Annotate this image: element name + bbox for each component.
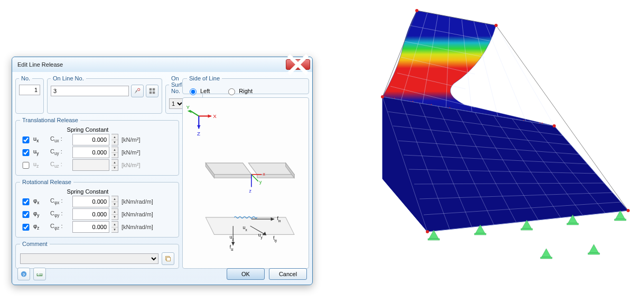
axis-label: φx bbox=[33, 197, 48, 205]
svg-point-0 bbox=[137, 88, 139, 90]
translational-group: Translational Release Spring Constant ux… bbox=[15, 117, 179, 176]
svg-point-103 bbox=[553, 124, 556, 127]
comment-library-button[interactable] bbox=[162, 252, 174, 265]
spring-header: Spring Constant bbox=[67, 126, 109, 133]
side-right-radio[interactable] bbox=[228, 88, 235, 95]
units-button[interactable]: 0.00 bbox=[33, 268, 46, 280]
svg-text:Z: Z bbox=[197, 131, 200, 136]
spin-down-icon: ▼ bbox=[111, 140, 118, 145]
unit-label: [kN/m²] bbox=[122, 162, 140, 168]
svg-text:z: z bbox=[249, 188, 251, 194]
spinner[interactable]: ▲▼ bbox=[111, 221, 118, 233]
comment-input[interactable] bbox=[20, 253, 158, 264]
spring-value-input[interactable] bbox=[72, 147, 109, 158]
axis-label: φy bbox=[33, 210, 48, 218]
rotational-label: Rotational Release bbox=[20, 179, 73, 185]
translational-checkbox[interactable] bbox=[22, 136, 30, 143]
const-label: Cφx : bbox=[50, 197, 70, 205]
spring-value-input[interactable] bbox=[72, 221, 109, 233]
spring-value-input[interactable] bbox=[72, 196, 109, 207]
const-label: Cuy : bbox=[50, 148, 70, 156]
svg-point-100 bbox=[415, 9, 418, 12]
svg-point-105 bbox=[426, 230, 429, 233]
cancel-button[interactable]: Cancel bbox=[269, 268, 307, 280]
spin-up-icon: ▲ bbox=[111, 134, 118, 140]
spin-up-icon: ▲ bbox=[111, 147, 118, 153]
spinner[interactable]: ▲▼ bbox=[111, 196, 118, 207]
help-button[interactable]: ? bbox=[17, 268, 30, 280]
svg-marker-15 bbox=[197, 125, 200, 129]
fea-result-illustration bbox=[316, 4, 633, 269]
svg-point-101 bbox=[494, 24, 498, 27]
ok-button[interactable]: OK bbox=[227, 268, 265, 280]
svg-rect-87 bbox=[428, 239, 440, 240]
spin-down-icon: ▼ bbox=[111, 166, 118, 171]
translational-row: uzCuz :▲▼[kN/m²] bbox=[20, 159, 174, 171]
rotational-row: φzCφz :▲▼[kNm/rad/m] bbox=[20, 221, 174, 233]
edit-line-release-dialog: Edit Line Release No. On Line No. bbox=[12, 57, 313, 285]
svg-point-104 bbox=[627, 209, 630, 212]
rotational-checkbox[interactable] bbox=[22, 211, 30, 218]
translational-checkbox[interactable] bbox=[22, 149, 30, 156]
preview-illustration: Y X Z bbox=[183, 98, 309, 268]
const-label: Cux : bbox=[50, 135, 70, 143]
translational-checkbox[interactable] bbox=[22, 162, 30, 169]
spin-up-icon: ▲ bbox=[111, 160, 118, 166]
spinner[interactable]: ▲▼ bbox=[111, 147, 118, 158]
no-group: No. bbox=[15, 75, 44, 114]
preview-pane: Y X Z bbox=[182, 97, 309, 269]
no-label: No. bbox=[19, 75, 32, 81]
spring-value-input bbox=[72, 159, 109, 171]
axis-label: ux bbox=[33, 135, 48, 143]
svg-text:0.00: 0.00 bbox=[36, 272, 43, 276]
svg-text:?: ? bbox=[23, 272, 25, 277]
svg-text:Y: Y bbox=[186, 104, 190, 110]
side-right-option[interactable]: Right bbox=[226, 87, 253, 95]
svg-marker-29 bbox=[206, 217, 294, 234]
side-group: Side of Line Left Right bbox=[182, 75, 309, 94]
svg-rect-93 bbox=[567, 223, 578, 225]
svg-rect-91 bbox=[521, 229, 533, 230]
spin-down-icon: ▼ bbox=[111, 153, 118, 158]
spinner[interactable]: ▲▼ bbox=[111, 208, 118, 220]
picker-icon bbox=[134, 87, 141, 95]
svg-rect-99 bbox=[614, 219, 626, 221]
svg-text:uz: uz bbox=[230, 234, 235, 241]
close-button[interactable] bbox=[286, 59, 310, 70]
translational-row: uyCuy :▲▼[kN/m²] bbox=[20, 147, 174, 158]
spinner[interactable]: ▲▼ bbox=[111, 134, 118, 145]
svg-marker-94 bbox=[542, 249, 551, 257]
spring-value-input[interactable] bbox=[72, 134, 109, 145]
spin-down-icon: ▼ bbox=[111, 227, 118, 233]
svg-rect-1 bbox=[150, 88, 152, 90]
dialog-footer: ? 0.00 OK Cancel bbox=[17, 268, 307, 280]
spring-value-input[interactable] bbox=[72, 208, 109, 220]
unit-label: [kNm/rad/m] bbox=[122, 224, 153, 230]
help-icon: ? bbox=[20, 270, 27, 278]
svg-rect-97 bbox=[588, 253, 600, 254]
side-left-option[interactable]: Left bbox=[187, 87, 210, 95]
side-left-radio[interactable] bbox=[190, 88, 197, 95]
axis-label: uy bbox=[33, 148, 48, 156]
pick-line-button[interactable] bbox=[131, 85, 144, 97]
svg-marker-37 bbox=[231, 242, 235, 245]
new-line-button[interactable] bbox=[146, 85, 158, 97]
close-icon bbox=[286, 53, 310, 76]
svg-marker-19 bbox=[214, 175, 251, 178]
online-input[interactable] bbox=[51, 86, 129, 96]
spin-down-icon: ▼ bbox=[111, 215, 118, 220]
svg-rect-2 bbox=[153, 88, 155, 90]
unit-label: [kN/m²] bbox=[122, 149, 140, 156]
rotational-checkbox[interactable] bbox=[22, 224, 30, 231]
svg-text:x: x bbox=[263, 171, 265, 177]
svg-marker-12 bbox=[208, 114, 211, 117]
spinner: ▲▼ bbox=[111, 159, 118, 171]
rotational-group: Rotational Release Spring Constant φxCφx… bbox=[15, 179, 179, 238]
const-label: Cuz : bbox=[50, 161, 70, 169]
rotational-checkbox[interactable] bbox=[22, 198, 30, 205]
comment-group: Comment bbox=[15, 241, 179, 269]
no-input[interactable] bbox=[19, 85, 40, 95]
svg-rect-3 bbox=[150, 92, 152, 94]
const-label: Cφz : bbox=[50, 223, 70, 231]
units-icon: 0.00 bbox=[36, 270, 43, 278]
